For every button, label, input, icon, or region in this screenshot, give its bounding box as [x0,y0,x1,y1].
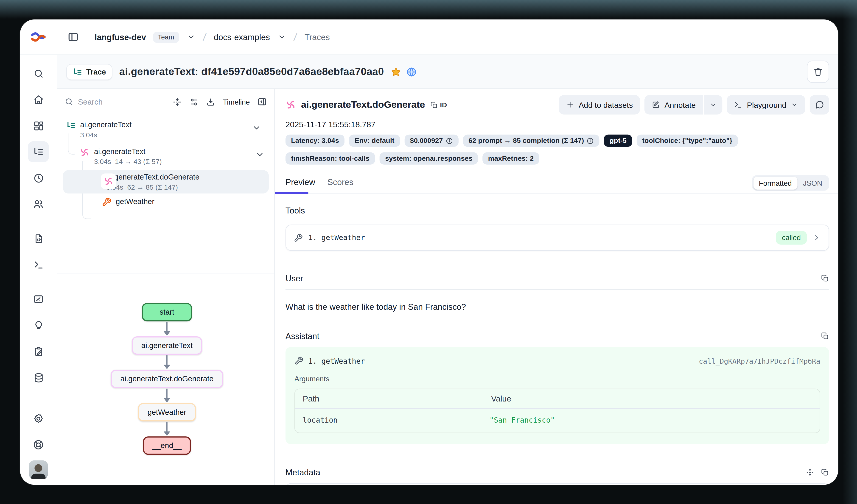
sidebar-item-support[interactable] [28,434,49,455]
model-badge[interactable]: gpt-5 [604,135,632,147]
comments-button[interactable] [810,95,829,115]
project-name[interactable]: docs-examples [214,32,270,42]
observation-tree: ai.generateText 3.04s ai.generateText [57,115,274,273]
sidebar-item-datasets[interactable] [28,367,49,388]
arguments-table: Path Value location "San Francisco" [295,389,820,433]
download-icon[interactable] [206,97,216,106]
argument-path: location [303,416,490,424]
app-window: langfuse-dev Team / docs-examples / Trac… [20,19,838,485]
copy-metadata-icon[interactable] [821,468,829,476]
copy-id-button[interactable]: ID [430,101,447,109]
sidebar-item-evaluation[interactable] [28,289,49,310]
argument-value: "San Francisco" [490,416,812,424]
user-message: What is the weather like today in San Fr… [286,302,829,311]
metric-badges-row-2: finishReason: tool-calls system: openai.… [286,152,829,164]
expand-metadata-icon[interactable] [806,468,814,476]
tree-row-trace[interactable]: ai.generateText 3.04s [63,118,269,141]
add-to-datasets-button[interactable]: Add to datasets [559,95,640,115]
panel-toggle-icon[interactable] [67,31,79,43]
trace-header-bar: Trace ai.generateText: df41e597d0a85e0d7… [57,55,838,89]
generation-icon [101,173,116,189]
generation-icon [286,100,296,110]
env-badge: Env: default [349,135,400,147]
annotate-button[interactable]: Annotate [644,95,703,115]
sidebar-item-annotation[interactable] [28,341,49,362]
user-avatar[interactable] [29,460,48,479]
tab-preview[interactable]: Preview [286,177,315,193]
chevron-down-icon[interactable] [255,150,264,159]
copy-assistant-icon[interactable] [821,332,829,340]
trace-type-badge: Trace [66,64,113,80]
detail-tabs: Preview Scores Formatted JSON [275,171,838,194]
tool-wrench-icon [102,197,111,207]
chevron-right-icon[interactable] [812,233,821,242]
tree-row-dogenerate-selected[interactable]: ai.generateText.doGenerate 3.04s 62 → 85… [63,170,269,193]
delete-trace-button[interactable] [807,60,829,83]
org-name[interactable]: langfuse-dev [95,32,146,42]
collapse-panel-icon[interactable] [257,97,267,107]
breadcrumb-separator: / [201,31,208,43]
observation-detail-panel: ai.generateText.doGenerate ID Add to dat… [275,89,838,485]
cost-badge[interactable]: $0.000927 [404,135,458,147]
timeline-toggle[interactable]: Timeline [223,98,250,106]
project-switcher-chevron-icon[interactable] [278,33,286,41]
token-usage-badge[interactable]: 62 prompt → 85 completion (Σ 147) [463,135,600,147]
trace-tree-panel: Search Timeline [57,89,275,485]
breadcrumb-separator: / [292,31,299,43]
sidebar-item-insights[interactable] [28,315,49,336]
sidebar-item-playground[interactable] [28,254,49,275]
user-heading: User [286,274,303,283]
graph-edge [166,389,168,399]
latency-badge: Latency: 3.04s [286,135,345,147]
collapse-all-icon[interactable] [173,97,182,106]
sidebar-item-sessions[interactable] [28,168,49,189]
arguments-col-path: Path [303,394,491,403]
preview-content: Tools 1. getWeather called User [275,194,838,485]
tool-name: 1. getWeather [308,233,365,242]
bookmark-star-icon[interactable] [391,67,401,77]
tool-called-badge: called [776,231,807,245]
graph-node-start[interactable]: __start__ [142,303,192,321]
copy-user-icon[interactable] [821,274,829,282]
annotate-dropdown-chevron[interactable] [704,95,723,115]
arguments-label: Arguments [295,375,820,383]
breadcrumb-page[interactable]: Traces [305,32,330,42]
graph-node-end[interactable]: __end__ [143,436,191,455]
tab-scores[interactable]: Scores [327,177,353,193]
graph-edge [166,322,168,332]
trace-icon [66,121,76,130]
search-placeholder: Search [78,97,103,106]
sidebar-item-dashboards[interactable] [28,115,49,136]
format-toggle: Formatted JSON [752,175,829,191]
tree-settings-icon[interactable] [189,97,199,106]
graph-node-getweather[interactable]: getWeather [138,403,196,421]
format-formatted[interactable]: Formatted [753,177,797,189]
graph-node-generatetext[interactable]: ai.generateText [132,336,202,355]
tree-row-generation[interactable]: ai.generateText 3.04s 14 → 43 (Σ 57) [76,144,269,168]
tool-call-name: 1. getWeather [308,357,365,365]
sidebar-item-users[interactable] [28,193,49,215]
tree-row-getweather[interactable]: getWeather [99,195,269,209]
playground-button[interactable]: Playground [727,95,805,115]
tree-search-input[interactable]: Search [65,97,167,106]
assistant-heading: Assistant [286,331,319,341]
metadata-heading: Metadata [286,468,320,477]
breadcrumb: langfuse-dev Team / docs-examples / Trac… [57,19,838,55]
graph-edge [166,355,168,365]
sidebar-item-prompts[interactable] [28,228,49,249]
graph-edge [166,422,168,432]
public-globe-icon[interactable] [406,67,417,77]
tool-definition-row[interactable]: 1. getWeather called [286,225,829,251]
format-json[interactable]: JSON [797,177,828,189]
graph-node-dogenerate[interactable]: ai.generateText.doGenerate [111,370,223,388]
sidebar-item-traces[interactable] [28,141,49,162]
sidebar-item-settings[interactable] [28,408,49,429]
assistant-tool-call-card: 1. getWeather call_DgKARp7a7IhJPDczfifMp… [286,347,829,444]
sidebar-item-home[interactable] [28,89,49,110]
sidebar-item-search[interactable] [28,63,49,84]
chevron-down-icon[interactable] [252,123,261,132]
langfuse-logo[interactable] [20,19,57,55]
org-switcher-chevron-icon[interactable] [187,33,195,41]
observation-timestamp: 2025-11-17 15:55:18.787 [286,120,829,129]
argument-row: location "San Francisco" [295,409,820,432]
